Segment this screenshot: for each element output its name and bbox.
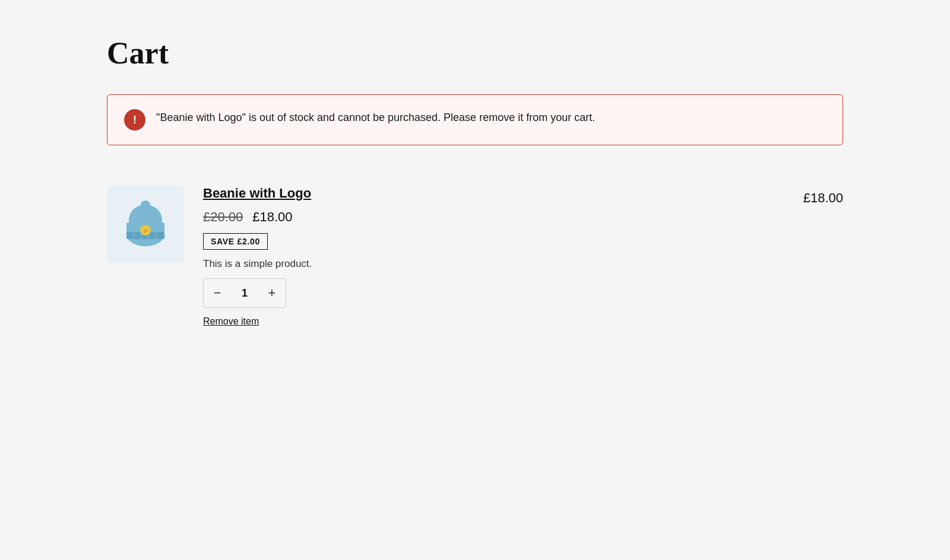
remove-item-link[interactable]: Remove item [203, 316, 259, 327]
page-title: Cart [107, 36, 843, 71]
cart-item: ☺ Beanie with Logo £20.00 £18.00 SAVE £2… [107, 174, 843, 339]
item-name-link[interactable]: Beanie with Logo [203, 186, 784, 201]
item-price-row: £20.00 £18.00 [203, 209, 784, 225]
item-price-original: £20.00 [203, 209, 243, 225]
item-details: Beanie with Logo £20.00 £18.00 SAVE £2.0… [203, 186, 784, 327]
error-icon-wrapper: ! [124, 109, 145, 131]
svg-text:☺: ☺ [142, 228, 148, 234]
error-message-text: "Beanie with Logo" is out of stock and c… [156, 109, 595, 126]
quantity-stepper: − 1 + [203, 278, 286, 308]
item-description: This is a simple product. [203, 258, 784, 270]
item-total-price: £18.00 [803, 186, 843, 206]
item-image: ☺ [119, 198, 172, 251]
error-alert: ! "Beanie with Logo" is out of stock and… [107, 94, 843, 145]
item-price-sale: £18.00 [252, 209, 292, 225]
quantity-value: 1 [231, 287, 258, 300]
item-image-container: ☺ [107, 186, 184, 263]
page-container: Cart ! "Beanie with Logo" is out of stoc… [59, 0, 891, 374]
quantity-increment-button[interactable]: + [258, 279, 286, 307]
save-badge-container: SAVE £2.00 [203, 233, 784, 250]
error-icon-symbol: ! [133, 114, 137, 126]
save-badge: SAVE £2.00 [203, 233, 268, 250]
svg-point-10 [141, 201, 150, 210]
error-icon: ! [124, 109, 145, 131]
quantity-decrement-button[interactable]: − [204, 279, 231, 307]
